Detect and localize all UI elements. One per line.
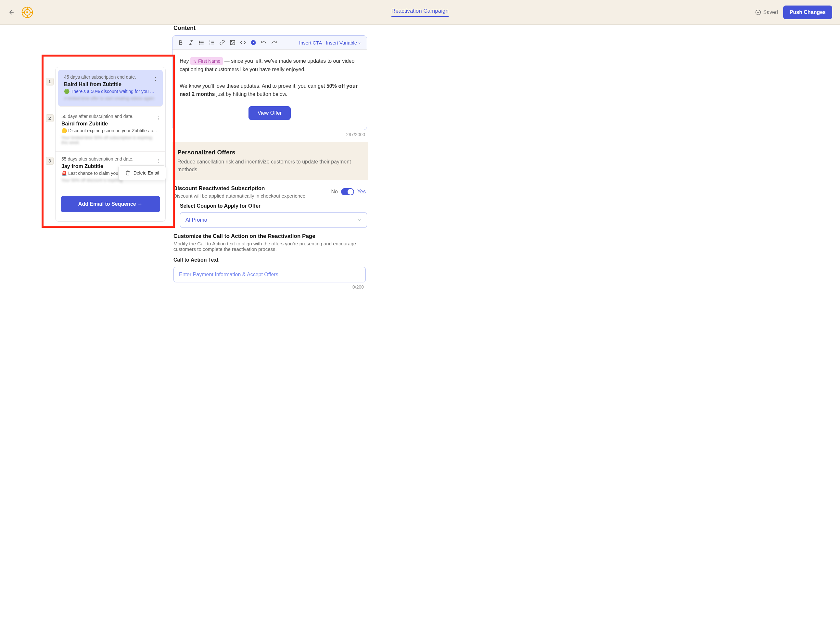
- cta-text-input[interactable]: [173, 267, 366, 282]
- discount-toggle[interactable]: [341, 188, 354, 195]
- sequence-number: 3: [46, 157, 53, 165]
- image-icon[interactable]: [230, 40, 236, 46]
- svg-point-11: [158, 116, 158, 117]
- discount-title: Discount Reactivated Subscription: [173, 185, 331, 192]
- email-sequence-card: 1 45 days after subscription end date. B…: [55, 67, 166, 222]
- more-vertical-icon: [153, 76, 158, 82]
- content-section-label: Content: [173, 25, 367, 32]
- sequence-preview-blur: A limited-time offer to start creating v…: [64, 96, 157, 102]
- redo-icon[interactable]: [271, 40, 277, 46]
- list-ordered-icon[interactable]: 123: [209, 40, 215, 46]
- sequence-item[interactable]: 2 50 days after subscription end date. B…: [56, 109, 165, 152]
- more-vertical-icon: [155, 116, 161, 121]
- saved-status: Saved: [755, 9, 778, 15]
- content-editor: 123 Insert CTA Insert Variable Hey ↘ Fir…: [172, 35, 367, 130]
- list-bullet-icon[interactable]: [198, 40, 204, 46]
- app-logo: [21, 6, 34, 19]
- discount-description: Discount will be applied automatically i…: [173, 193, 331, 198]
- bold-icon[interactable]: [178, 40, 184, 46]
- chevron-down-icon: [357, 218, 362, 222]
- svg-point-12: [158, 118, 158, 119]
- cta-text-label: Call to Action Text: [173, 257, 366, 263]
- saved-label: Saved: [763, 9, 778, 15]
- content-char-count: 297/2000: [172, 132, 365, 137]
- view-offer-button[interactable]: View Offer: [248, 106, 291, 120]
- check-circle-icon: [755, 9, 761, 15]
- personalized-offers-banner: Personalized Offers Reduce cancellation …: [172, 142, 368, 180]
- sequence-number: 1: [46, 78, 53, 85]
- cta-char-count: 0/200: [173, 284, 364, 290]
- svg-point-9: [155, 79, 156, 79]
- italic-icon[interactable]: [188, 40, 194, 46]
- push-changes-button[interactable]: Push Changes: [783, 6, 832, 19]
- delete-email-menu[interactable]: Delete Email: [118, 165, 166, 180]
- insert-cta-button[interactable]: Insert CTA: [299, 40, 322, 46]
- sequence-preview-blur: Your limited-time 50% off subscription i…: [61, 135, 160, 147]
- sequence-subject: 🟢 There's a 50% discount waiting for you…: [64, 89, 157, 94]
- toggle-no-label: No: [331, 189, 338, 195]
- variable-tag[interactable]: ↘ First Name: [190, 57, 223, 65]
- delete-email-label: Delete Email: [134, 170, 159, 175]
- undo-icon[interactable]: [261, 40, 267, 46]
- code-icon[interactable]: [240, 40, 246, 46]
- svg-point-8: [155, 77, 156, 78]
- svg-point-7: [756, 10, 761, 15]
- coupon-value: AI Promo: [186, 217, 207, 223]
- page-title: Reactivation Campaign: [391, 8, 449, 17]
- cta-customize-title: Customize the Call to Action on the Reac…: [173, 233, 366, 239]
- sequence-item[interactable]: 3 55 days after subscription end date. J…: [56, 152, 165, 188]
- kebab-menu-button[interactable]: [152, 75, 160, 84]
- svg-point-15: [158, 160, 158, 161]
- insert-variable-button[interactable]: Insert Variable: [326, 40, 362, 46]
- editor-body[interactable]: Hey ↘ First Name — since you left, we've…: [172, 50, 367, 130]
- kebab-menu-button[interactable]: [154, 114, 162, 123]
- svg-point-23: [199, 41, 200, 41]
- coupon-select[interactable]: AI Promo: [180, 212, 367, 228]
- coupon-label: Select Coupon to Apply for Offer: [180, 203, 367, 209]
- sequence-subject: 🟡 Discount expiring soon on your Zubtitl…: [61, 128, 160, 133]
- svg-point-10: [155, 80, 156, 81]
- chevron-down-icon: [358, 41, 362, 45]
- sequence-from: Baird from Zubtitle: [61, 121, 160, 127]
- offers-description: Reduce cancellation risk and incentivize…: [177, 158, 363, 174]
- svg-point-25: [199, 44, 200, 44]
- svg-rect-2: [26, 11, 28, 13]
- sequence-timing: 45 days after subscription end date.: [64, 75, 157, 79]
- svg-point-13: [158, 120, 158, 120]
- svg-text:3: 3: [210, 43, 210, 45]
- discount-row: Discount Reactivated Subscription Discou…: [172, 180, 367, 198]
- back-button[interactable]: [8, 8, 15, 16]
- link-icon[interactable]: [219, 40, 225, 46]
- cta-customize-desc: Modify the Call to Action text to align …: [173, 241, 366, 252]
- app-header: Reactivation Campaign Saved Push Changes: [0, 0, 840, 25]
- more-vertical-icon: [155, 158, 161, 163]
- svg-point-16: [158, 162, 158, 163]
- editor-toolbar: 123 Insert CTA Insert Variable: [172, 36, 367, 50]
- play-circle-icon[interactable]: [250, 40, 256, 46]
- kebab-menu-button[interactable]: [154, 157, 162, 166]
- svg-point-24: [199, 42, 200, 43]
- toggle-yes-label: Yes: [357, 189, 366, 195]
- sequence-from: Baird Hall from Zubtitle: [64, 82, 157, 87]
- sequence-timing: 50 days after subscription end date.: [61, 114, 160, 119]
- add-email-button[interactable]: Add Email to Sequence →: [61, 196, 160, 212]
- svg-point-14: [158, 159, 158, 160]
- svg-point-33: [231, 41, 232, 42]
- sequence-number: 2: [46, 114, 53, 122]
- trash-icon: [125, 170, 130, 175]
- offers-title: Personalized Offers: [177, 149, 363, 156]
- sequence-timing: 55 days after subscription end date.: [61, 156, 160, 162]
- sequence-item[interactable]: 1 45 days after subscription end date. B…: [58, 70, 163, 107]
- svg-line-19: [190, 41, 192, 44]
